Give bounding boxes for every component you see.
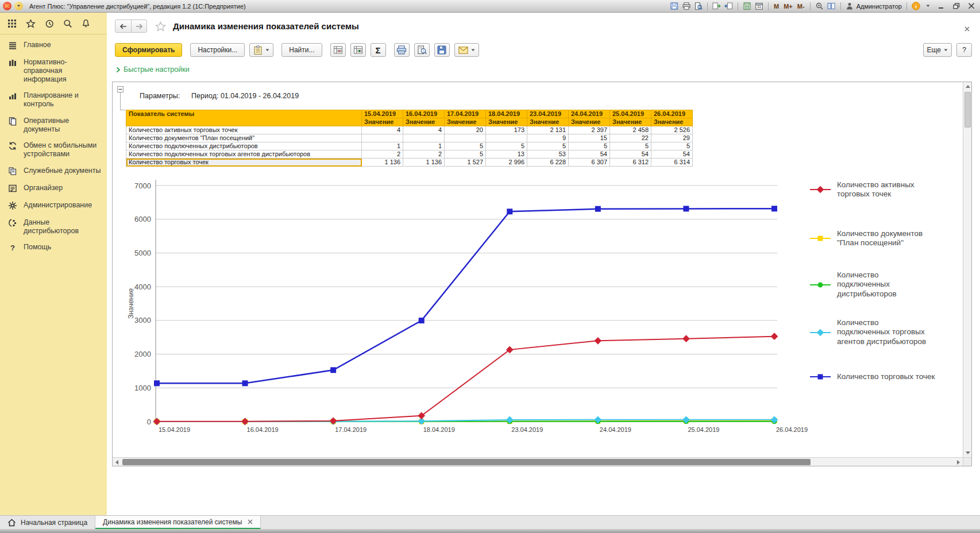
- notifications-icon[interactable]: [82, 19, 90, 28]
- close-form-icon[interactable]: [964, 26, 970, 32]
- back-button[interactable]: [115, 20, 131, 32]
- table-value-header[interactable]: Значение: [569, 118, 610, 126]
- table-cell-value[interactable]: 54: [651, 150, 693, 159]
- sidebar-item-organizer[interactable]: Органайзер: [0, 180, 107, 197]
- table-value-header[interactable]: Значение: [610, 118, 651, 126]
- main-menu-button[interactable]: [14, 2, 23, 10]
- table-cell-value[interactable]: 5: [445, 150, 486, 159]
- print-preview-icon[interactable]: [694, 2, 703, 11]
- scroll-right-arrow[interactable]: [954, 458, 963, 466]
- save-report-button[interactable]: [434, 43, 450, 57]
- table-cell-value[interactable]: 5: [445, 142, 486, 150]
- sidebar-item-main[interactable]: Главное: [0, 37, 107, 54]
- table-cell-value[interactable]: 173: [486, 126, 527, 134]
- table-cell-value[interactable]: 5: [527, 142, 569, 150]
- search-icon[interactable]: [63, 19, 72, 28]
- collapse-groups-button[interactable]: [330, 43, 346, 57]
- table-date-header[interactable]: 24.04.2019: [569, 110, 610, 118]
- split-view-icon[interactable]: [827, 2, 836, 11]
- table-cell-value[interactable]: 5: [610, 142, 651, 150]
- table-date-header[interactable]: 18.04.2019: [486, 110, 527, 118]
- table-value-header[interactable]: Значение: [403, 118, 445, 126]
- quick-settings-link[interactable]: Быстрые настройки: [116, 65, 190, 74]
- tab-report[interactable]: Динамика изменения показателей системы: [95, 516, 261, 530]
- receive-document-icon[interactable]: [724, 2, 733, 11]
- scroll-up-arrow[interactable]: [963, 82, 972, 91]
- table-date-header[interactable]: 16.04.2019: [403, 110, 445, 118]
- sidebar-item-administration[interactable]: Администрирование: [0, 197, 107, 214]
- table-cell-value[interactable]: [362, 134, 403, 142]
- mail-dropdown-button[interactable]: [454, 43, 479, 57]
- horizontal-scrollbar[interactable]: [113, 457, 963, 466]
- table-cell-value[interactable]: 6 228: [527, 159, 569, 167]
- table-cell-value[interactable]: 22: [610, 134, 651, 142]
- vertical-scroll-thumb[interactable]: [964, 92, 971, 128]
- history-icon[interactable]: [45, 19, 54, 28]
- generate-button[interactable]: Сформировать: [115, 43, 182, 57]
- table-cell-value[interactable]: [403, 134, 445, 142]
- horizontal-scroll-thumb[interactable]: [122, 459, 811, 465]
- favorite-star-icon[interactable]: [155, 21, 166, 32]
- table-cell-value[interactable]: 2: [362, 150, 403, 159]
- table-value-header[interactable]: Значение: [362, 118, 403, 126]
- table-date-header[interactable]: 25.04.2019: [610, 110, 651, 118]
- chevron-down-icon[interactable]: [924, 2, 932, 11]
- table-cell-value[interactable]: 2 458: [610, 126, 651, 134]
- clipboard-dropdown-button[interactable]: [249, 43, 273, 57]
- table-cell-value[interactable]: 9: [527, 134, 569, 142]
- sidebar-item-planning[interactable]: Планирование и контроль: [0, 87, 107, 113]
- table-cell-value[interactable]: 20: [445, 126, 486, 134]
- table-value-header[interactable]: Значение: [445, 118, 486, 126]
- table-row-label[interactable]: Количество активных торговых точек: [126, 126, 362, 134]
- table-cell-value[interactable]: 2 397: [569, 126, 610, 134]
- sidebar-item-exchange[interactable]: Обмен с мобильными устройствами: [0, 137, 107, 163]
- table-value-header[interactable]: Значение: [486, 118, 527, 126]
- sidebar-item-service[interactable]: Служебные документы: [0, 163, 107, 180]
- current-user[interactable]: Администратор: [846, 2, 902, 11]
- table-cell-value[interactable]: 1: [362, 142, 403, 150]
- table-cell-value[interactable]: 54: [569, 150, 610, 159]
- table-cell-value[interactable]: 1 136: [403, 159, 445, 167]
- table-cell-value[interactable]: 1: [403, 142, 445, 150]
- restore-button[interactable]: [951, 2, 962, 11]
- tab-close-icon[interactable]: [248, 519, 253, 524]
- minimize-button[interactable]: [936, 2, 947, 11]
- table-row-label[interactable]: Количество торговых точек: [126, 159, 362, 167]
- close-window-button[interactable]: [966, 2, 977, 11]
- table-cell-value[interactable]: 53: [527, 150, 569, 159]
- more-button[interactable]: Еще: [923, 43, 952, 57]
- favorites-icon[interactable]: [26, 19, 36, 28]
- table-cell-value[interactable]: 5: [569, 142, 610, 150]
- vertical-scrollbar[interactable]: [963, 82, 971, 457]
- table-value-header[interactable]: Значение: [527, 118, 569, 126]
- table-cell-value[interactable]: 13: [486, 150, 527, 159]
- table-cell-value[interactable]: 6 312: [610, 159, 651, 167]
- table-cell-value[interactable]: 2 996: [486, 159, 527, 167]
- table-cell-value[interactable]: 5: [651, 142, 693, 150]
- sidebar-item-help[interactable]: ?Помощь: [0, 239, 107, 256]
- memory-button[interactable]: M: [773, 3, 780, 10]
- forward-button[interactable]: [131, 20, 146, 32]
- table-cell-value[interactable]: 15: [569, 134, 610, 142]
- table-cell-value[interactable]: 4: [362, 126, 403, 134]
- table-date-header[interactable]: 15.04.2019: [362, 110, 403, 118]
- table-cell-value[interactable]: 5: [486, 142, 527, 150]
- memory-minus-button[interactable]: M-: [797, 3, 805, 10]
- table-cell-value[interactable]: 6 314: [651, 159, 693, 167]
- table-row-label[interactable]: Количество подключенных дистрибьюторов: [126, 142, 362, 150]
- sum-button[interactable]: Σ: [371, 43, 386, 57]
- settings-button[interactable]: Настройки...: [190, 43, 245, 57]
- expand-groups-button[interactable]: [350, 43, 366, 57]
- table-cell-value[interactable]: 1 136: [362, 159, 403, 167]
- memory-plus-button[interactable]: M+: [783, 3, 793, 10]
- info-icon[interactable]: i: [912, 2, 920, 11]
- app-logo-icon[interactable]: 1С: [3, 2, 11, 10]
- table-date-header[interactable]: 17.04.2019: [445, 110, 486, 118]
- calculator-icon[interactable]: [743, 2, 751, 11]
- table-cell-value[interactable]: [486, 134, 527, 142]
- scroll-down-arrow[interactable]: [963, 449, 972, 457]
- table-date-header[interactable]: 26.04.2019: [651, 110, 693, 118]
- print-icon[interactable]: [682, 2, 690, 11]
- sidebar-item-operational[interactable]: Оперативные документы: [0, 113, 107, 138]
- table-cell-value[interactable]: 6 307: [569, 159, 610, 167]
